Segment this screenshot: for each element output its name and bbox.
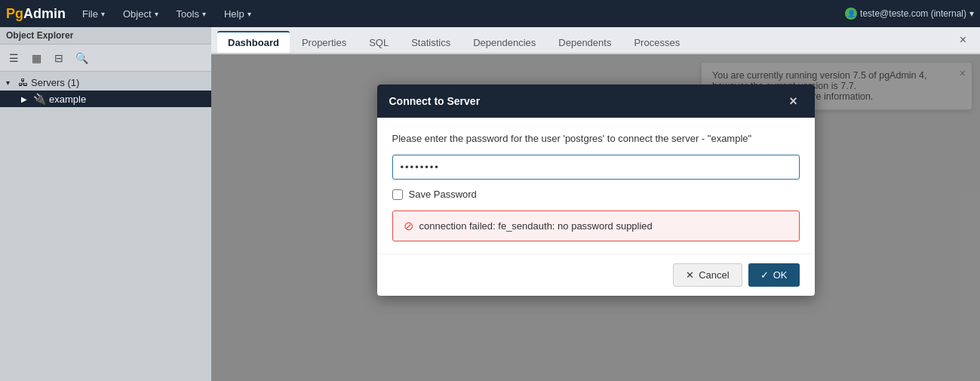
user-chevron-icon: ▾ — [969, 8, 974, 19]
sidebar-toolbar: ☰ ▦ ⊟ 🔍 — [0, 45, 211, 72]
connect-to-server-dialog: Connect to Server × Please enter the pas… — [377, 84, 815, 296]
error-icon: ⊘ — [404, 219, 413, 233]
help-menu[interactable]: Help ▾ — [217, 5, 259, 23]
tab-dependencies[interactable]: Dependencies — [462, 31, 546, 53]
help-menu-chevron-icon: ▾ — [247, 10, 251, 18]
error-message: connection failed: fe_sendauth: no passw… — [419, 220, 653, 232]
sidebar-search-button[interactable]: 🔍 — [71, 48, 92, 69]
example-chevron-icon: ▶ — [21, 95, 30, 103]
sidebar-columns-view-button[interactable]: ⊟ — [48, 48, 69, 69]
sidebar-item-example-label: example — [49, 94, 86, 105]
content-close-button[interactable]: × — [952, 30, 974, 50]
sidebar-content: ▾ 🖧 Servers (1) ▶ 🔌 example — [0, 72, 211, 381]
tab-properties[interactable]: Properties — [291, 31, 357, 53]
tools-menu-chevron-icon: ▾ — [202, 10, 206, 18]
main-layout: Object Explorer ☰ ▦ ⊟ 🔍 ▾ 🖧 Servers (1) … — [0, 27, 980, 381]
modal-footer: ✕ Cancel ✓ OK — [377, 253, 815, 296]
file-menu[interactable]: File ▾ — [75, 5, 112, 23]
password-input[interactable] — [392, 155, 800, 180]
file-menu-label: File — [82, 8, 98, 20]
tab-statistics[interactable]: Statistics — [401, 31, 461, 53]
logo-admin: Admin — [23, 6, 66, 22]
top-bar: PgAdmin File ▾ Object ▾ Tools ▾ Help ▾ 👤… — [0, 0, 980, 27]
object-menu-label: Object — [123, 8, 152, 20]
sidebar-item-servers[interactable]: ▾ 🖧 Servers (1) — [0, 75, 211, 91]
tab-dashboard[interactable]: Dashboard — [217, 31, 290, 53]
modal-overlay: Connect to Server × Please enter the pas… — [211, 54, 980, 381]
save-password-checkbox[interactable] — [392, 189, 403, 200]
logo-pg: Pg — [6, 6, 23, 22]
modal-title: Connect to Server — [389, 95, 481, 107]
error-box: ⊘ connection failed: fe_sendauth: no pas… — [392, 210, 800, 241]
user-info[interactable]: 👤 teste@teste.com (internal) ▾ — [845, 8, 974, 20]
tabs-bar: Dashboard Properties SQL Statistics Depe… — [211, 27, 980, 54]
sidebar-item-example[interactable]: ▶ 🔌 example — [0, 91, 211, 107]
tools-menu-label: Tools — [177, 8, 199, 20]
servers-chevron-icon: ▾ — [6, 78, 15, 87]
user-avatar-icon: 👤 — [845, 8, 857, 20]
sidebar-list-view-button[interactable]: ☰ — [3, 48, 24, 69]
ok-button[interactable]: ✓ OK — [748, 263, 800, 287]
save-password-label: Save Password — [409, 189, 477, 200]
ok-label: OK — [773, 269, 788, 281]
cancel-label: Cancel — [699, 269, 729, 281]
modal-description: Please enter the password for the user '… — [392, 133, 800, 144]
tab-dependents[interactable]: Dependents — [548, 31, 622, 53]
cancel-button[interactable]: ✕ Cancel — [673, 263, 742, 287]
file-menu-chevron-icon: ▾ — [101, 10, 105, 18]
servers-folder-icon: 🖧 — [18, 77, 28, 88]
cancel-x-icon: ✕ — [686, 269, 694, 281]
object-menu-chevron-icon: ▾ — [155, 10, 158, 18]
tools-menu[interactable]: Tools ▾ — [169, 5, 214, 23]
save-password-row: Save Password — [392, 189, 800, 200]
object-menu[interactable]: Object ▾ — [115, 5, 166, 23]
help-menu-label: Help — [224, 8, 244, 20]
ok-check-icon: ✓ — [760, 269, 769, 281]
sidebar: Object Explorer ☰ ▦ ⊟ 🔍 ▾ 🖧 Servers (1) … — [0, 27, 211, 381]
logo: PgAdmin — [6, 6, 66, 22]
modal-header: Connect to Server × — [377, 84, 815, 118]
tab-processes[interactable]: Processes — [623, 31, 690, 53]
content-area: Dashboard Properties SQL Statistics Depe… — [211, 27, 980, 381]
dashboard-area: × You are currently running version 7.5 … — [211, 54, 980, 381]
sidebar-title: Object Explorer — [0, 27, 211, 45]
sidebar-table-view-button[interactable]: ▦ — [26, 48, 47, 69]
server-icon: 🔌 — [33, 93, 46, 105]
user-email: teste@teste.com (internal) — [860, 8, 966, 19]
sidebar-item-servers-label: Servers (1) — [31, 77, 79, 88]
modal-close-button[interactable]: × — [785, 92, 803, 110]
modal-body: Please enter the password for the user '… — [377, 118, 815, 253]
tab-sql[interactable]: SQL — [358, 31, 399, 53]
